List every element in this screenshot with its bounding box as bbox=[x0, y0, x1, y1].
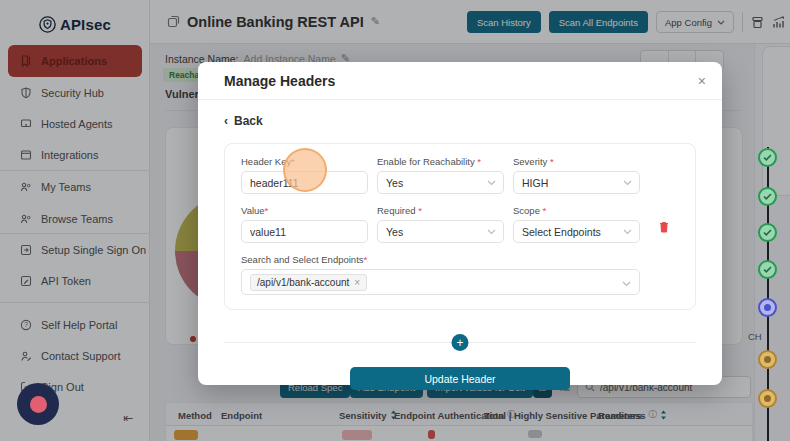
step-check-2[interactable] bbox=[758, 187, 777, 206]
check-icon bbox=[763, 193, 772, 200]
value-input[interactable] bbox=[241, 220, 368, 243]
remove-tag-icon[interactable]: × bbox=[354, 277, 360, 288]
back-link[interactable]: ‹ Back bbox=[224, 114, 263, 128]
spacer bbox=[649, 156, 679, 194]
endpoints-field: Search and Select Endpoints* /api/v1/ban… bbox=[241, 254, 640, 295]
step-check-1[interactable] bbox=[758, 148, 777, 167]
close-icon[interactable]: × bbox=[698, 74, 706, 88]
severity-field: Severity * HIGH bbox=[513, 156, 640, 194]
chevron-down-icon bbox=[487, 229, 496, 235]
required-marker: * bbox=[364, 254, 368, 265]
enable-reachability-field: Enable for Reachability * Yes bbox=[377, 156, 504, 194]
step-check-4[interactable] bbox=[758, 260, 777, 279]
required-marker: * bbox=[550, 156, 554, 167]
scope-field: Scope * Select Endpoints bbox=[513, 205, 640, 243]
check-icon bbox=[763, 266, 772, 273]
required-field: Required * Yes bbox=[377, 205, 504, 243]
chevron-down-icon bbox=[487, 180, 496, 186]
endpoint-tag: /api/v1/bank-account × bbox=[250, 274, 367, 291]
step-input-5[interactable] bbox=[758, 298, 777, 317]
chevron-left-icon: ‹ bbox=[224, 114, 228, 128]
step-dot-icon bbox=[764, 304, 771, 311]
endpoints-multiselect[interactable]: /api/v1/bank-account × bbox=[241, 269, 640, 295]
screen: APIsec Applications Security Hub Hosted … bbox=[0, 0, 790, 441]
step-dot-icon bbox=[764, 395, 771, 402]
severity-select[interactable]: HIGH bbox=[513, 171, 640, 194]
step-click-7[interactable] bbox=[758, 389, 777, 408]
check-icon bbox=[763, 229, 772, 236]
required-marker: * bbox=[265, 205, 269, 216]
add-header-row-button[interactable]: + bbox=[452, 334, 469, 351]
modal-body: ‹ Back Header Key* Enable for Reachabili… bbox=[198, 100, 722, 390]
chevron-down-icon bbox=[623, 229, 632, 235]
modal-header: Manage Headers × bbox=[198, 62, 722, 100]
delete-header-row-button[interactable] bbox=[649, 205, 679, 243]
required-marker: * bbox=[477, 156, 481, 167]
chevron-down-icon bbox=[623, 180, 632, 186]
check-icon bbox=[763, 154, 772, 161]
value-field: Value* bbox=[241, 205, 368, 243]
step-check-3[interactable] bbox=[758, 223, 777, 242]
record-dot-icon bbox=[30, 396, 47, 413]
recording-indicator[interactable] bbox=[17, 383, 59, 425]
click-indicator bbox=[283, 148, 327, 192]
manage-headers-modal: Manage Headers × ‹ Back Header Key* Enab… bbox=[198, 62, 722, 385]
scope-select[interactable]: Select Endpoints bbox=[513, 220, 640, 243]
step-dot-icon bbox=[764, 356, 771, 363]
trash-icon bbox=[659, 221, 669, 233]
add-row-divider: + bbox=[224, 342, 696, 343]
step-click-6[interactable] bbox=[758, 350, 777, 369]
required-marker: * bbox=[418, 205, 422, 216]
update-header-button[interactable]: Update Header bbox=[350, 367, 570, 390]
required-select[interactable]: Yes bbox=[377, 220, 504, 243]
enable-reachability-select[interactable]: Yes bbox=[377, 171, 504, 194]
required-marker: * bbox=[543, 205, 547, 216]
chevron-down-icon bbox=[622, 273, 631, 291]
back-label: Back bbox=[234, 114, 263, 128]
modal-title: Manage Headers bbox=[224, 73, 335, 89]
